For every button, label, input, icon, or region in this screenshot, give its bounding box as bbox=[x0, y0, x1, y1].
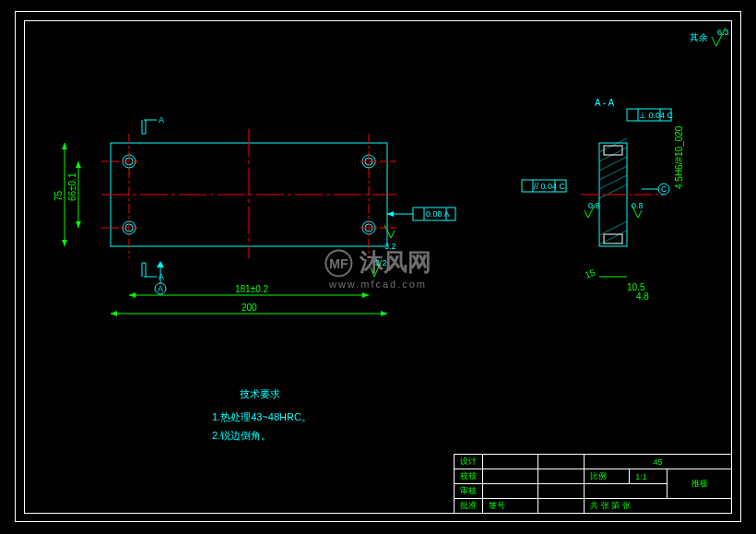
tb-scale-value: 1:1 bbox=[630, 469, 667, 484]
section-title: A - A bbox=[595, 98, 614, 108]
tb-review-label: 审核 bbox=[455, 484, 483, 499]
section-marker-top: A bbox=[159, 115, 164, 125]
dim-66: 66±0.1 bbox=[67, 172, 77, 201]
svg-line-22 bbox=[599, 157, 627, 171]
tb-sheet: 共 张 第 张 bbox=[585, 499, 732, 514]
roughness-global-value: 6.3 bbox=[717, 28, 729, 37]
roughness-icon-2 bbox=[384, 225, 395, 238]
tb-design-label: 设计 bbox=[455, 455, 483, 469]
dim-181: 181±0.2 bbox=[235, 284, 269, 294]
svg-rect-29 bbox=[604, 234, 622, 243]
svg-rect-28 bbox=[604, 146, 622, 155]
svg-text:3.2: 3.2 bbox=[384, 242, 396, 251]
section-arrow-top bbox=[142, 120, 146, 134]
datum-c-label: C bbox=[661, 184, 667, 194]
svg-line-23 bbox=[599, 166, 627, 180]
section-marker-bottom: A bbox=[159, 272, 164, 281]
tech-req-1: 1.热处理43~48HRC。 bbox=[212, 410, 312, 424]
svg-text:0.8: 0.8 bbox=[588, 201, 600, 210]
dim-15: 15 bbox=[584, 267, 597, 280]
dim-200: 200 bbox=[242, 303, 257, 313]
svg-text:0.8: 0.8 bbox=[632, 201, 644, 210]
tech-req-title: 技术要求 bbox=[240, 387, 280, 401]
title-block: 设计 45 校核 比例 1:1 推板 审核 批准 签号 共 张 第 张 bbox=[454, 454, 732, 514]
dim-75: 75 bbox=[53, 190, 64, 201]
tb-check-label: 校核 bbox=[455, 469, 483, 484]
section-arrow-bottom bbox=[142, 263, 146, 277]
svg-line-26 bbox=[599, 221, 627, 235]
datum-a-label: A bbox=[158, 284, 163, 293]
svg-line-24 bbox=[599, 175, 627, 189]
tb-material: 45 bbox=[585, 455, 732, 469]
tb-scale-label: 比例 bbox=[585, 469, 630, 484]
tb-approve-label: 批准 bbox=[455, 499, 483, 514]
svg-line-25 bbox=[599, 184, 627, 198]
perp-tol-value: ⊥ 0.04 C bbox=[639, 111, 674, 120]
dim-48: 4.8 bbox=[636, 291, 649, 302]
tech-req-2: 2.锐边倒角。 bbox=[212, 429, 271, 443]
tb-part-name: 推板 bbox=[667, 469, 732, 499]
symbol-other-label: 其余 bbox=[690, 32, 708, 42]
par-tol-value: // 0.04 C bbox=[534, 182, 566, 191]
dim-diag: 4.5H6/#10_020 bbox=[674, 125, 684, 189]
roughness-32: 3.2 bbox=[375, 258, 387, 267]
datum-triangle-icon bbox=[157, 261, 164, 267]
flatness-tol-value: 0.08 A bbox=[426, 209, 450, 219]
tb-sign-label: 签号 bbox=[483, 499, 538, 514]
